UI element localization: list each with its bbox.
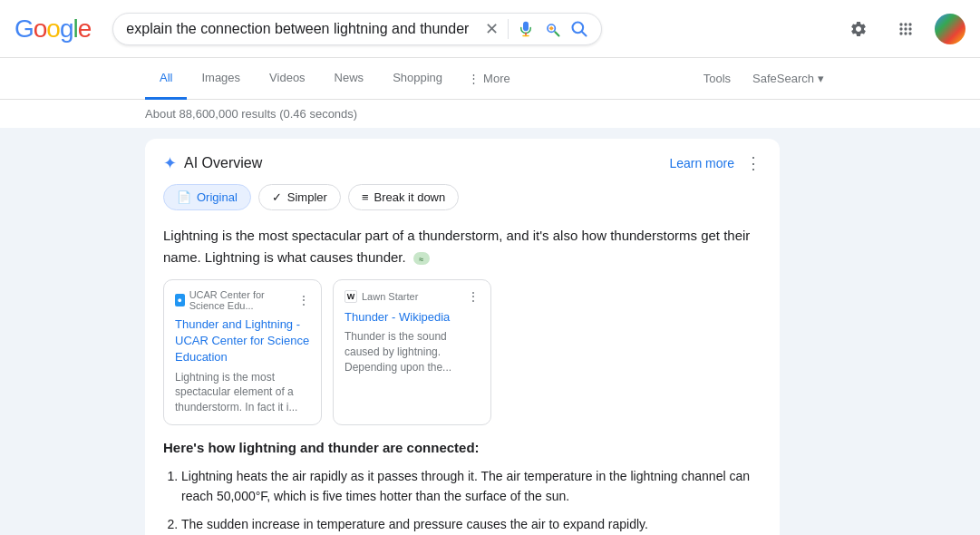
source-title-1: Thunder - Wikipedia bbox=[344, 309, 480, 326]
nav-right: Tools SafeSearch ▾ bbox=[693, 58, 835, 100]
ai-overview-card: ✦ AI Overview Learn more ⋮ 📄 Original ✓ … bbox=[145, 139, 780, 535]
more-label: More bbox=[483, 72, 510, 85]
source-card-1[interactable]: W Lawn Starter ⋮ Thunder - Wikipedia Thu… bbox=[333, 279, 491, 425]
pill-break-it-down[interactable]: ≡ Break it down bbox=[348, 184, 459, 210]
svg-line-3 bbox=[556, 32, 559, 35]
search-tabs: All Images Videos News Shopping ⋮ More bbox=[145, 58, 521, 100]
source-site-0: ● UCAR Center for Science Edu... bbox=[175, 289, 297, 311]
ai-menu-button[interactable]: ⋮ bbox=[745, 153, 762, 173]
list-item-0: Lightning heats the air rapidly as it pa… bbox=[181, 466, 762, 507]
ai-spark-icon: ✦ bbox=[163, 153, 177, 173]
source-menu-icon-1[interactable]: ⋮ bbox=[467, 289, 480, 304]
source-snippet-0: Lightning is the most spectacular elemen… bbox=[175, 370, 310, 415]
pill-original[interactable]: 📄 Original bbox=[163, 184, 251, 210]
account-avatar[interactable] bbox=[935, 14, 965, 44]
source-favicon-0: ● bbox=[175, 294, 185, 306]
settings-button[interactable] bbox=[840, 11, 877, 47]
source-site-1: W Lawn Starter bbox=[344, 290, 418, 303]
header: Google ✕ bbox=[0, 0, 980, 58]
voice-search-button[interactable] bbox=[518, 21, 534, 37]
ai-overview-header: ✦ AI Overview Learn more ⋮ bbox=[163, 153, 762, 173]
tab-news[interactable]: News bbox=[320, 58, 379, 100]
document-icon: 📄 bbox=[177, 190, 191, 204]
source-header-0: ● UCAR Center for Science Edu... ⋮ bbox=[175, 289, 310, 311]
source-title-0: Thunder and Lightning - UCAR Center for … bbox=[175, 316, 310, 366]
svg-line-5 bbox=[582, 31, 587, 35]
check-icon: ✓ bbox=[272, 190, 282, 204]
ai-list: Lightning heats the air rapidly as it pa… bbox=[163, 466, 762, 535]
apps-button[interactable] bbox=[888, 11, 924, 47]
ai-intro-text: Lightning is the most spectacular part o… bbox=[163, 225, 762, 268]
more-dots-icon: ⋮ bbox=[468, 72, 480, 85]
results-count: About 88,600,000 results (0.46 seconds) bbox=[0, 100, 980, 128]
ai-actions: Learn more ⋮ bbox=[669, 153, 762, 173]
pill-simpler[interactable]: ✓ Simpler bbox=[258, 184, 341, 210]
source-card-0[interactable]: ● UCAR Center for Science Edu... ⋮ Thund… bbox=[163, 279, 322, 425]
clear-button[interactable]: ✕ bbox=[485, 19, 499, 39]
lens-button[interactable] bbox=[543, 20, 561, 38]
more-menu[interactable]: ⋮ More bbox=[457, 58, 521, 100]
list-item-1: The sudden increase in temperature and p… bbox=[181, 514, 762, 534]
google-logo[interactable]: Google bbox=[15, 15, 91, 44]
tab-all[interactable]: All bbox=[145, 58, 187, 100]
tab-videos[interactable]: Videos bbox=[255, 58, 320, 100]
header-right bbox=[840, 11, 965, 47]
safesearch-button[interactable]: SafeSearch ▾ bbox=[742, 72, 835, 85]
search-input[interactable] bbox=[126, 21, 476, 37]
search-submit-button[interactable] bbox=[570, 20, 588, 38]
tab-images[interactable]: Images bbox=[187, 58, 255, 100]
tools-button[interactable]: Tools bbox=[693, 58, 742, 100]
search-box: ✕ bbox=[112, 13, 602, 45]
search-divider bbox=[508, 19, 509, 39]
source-menu-icon-0[interactable]: ⋮ bbox=[297, 293, 310, 307]
learn-more-button[interactable]: Learn more bbox=[669, 156, 734, 170]
main-content: ✦ AI Overview Learn more ⋮ 📄 Original ✓ … bbox=[0, 128, 980, 535]
source-header-1: W Lawn Starter ⋮ bbox=[344, 289, 480, 304]
tab-shopping[interactable]: Shopping bbox=[378, 58, 457, 100]
format-pills: 📄 Original ✓ Simpler ≡ Break it down bbox=[163, 184, 762, 210]
nav-bar: All Images Videos News Shopping ⋮ More T… bbox=[0, 58, 980, 100]
list-icon: ≡ bbox=[362, 190, 369, 204]
source-cards: ● UCAR Center for Science Edu... ⋮ Thund… bbox=[163, 279, 762, 425]
info-dot-icon[interactable]: ≈ bbox=[413, 252, 430, 265]
source-favicon-1: W bbox=[344, 290, 357, 303]
ai-title: ✦ AI Overview bbox=[163, 153, 262, 173]
connected-heading: Here's how lightning and thunder are con… bbox=[163, 440, 762, 455]
source-snippet-1: Thunder is the sound caused by lightning… bbox=[344, 329, 480, 374]
chevron-down-icon: ▾ bbox=[818, 72, 824, 85]
